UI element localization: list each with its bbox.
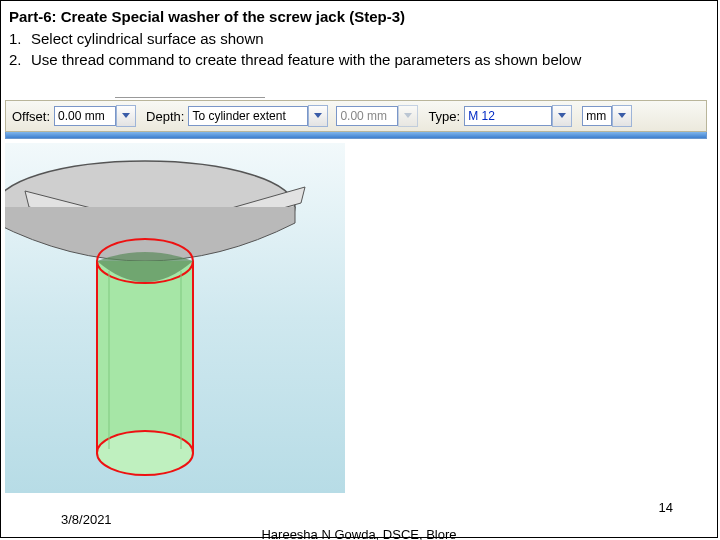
cad-viewport[interactable] <box>5 143 345 493</box>
depth-label: Depth: <box>146 109 184 124</box>
type-dropdown-button[interactable] <box>552 105 572 127</box>
toolbar-divider <box>115 97 265 98</box>
toolbar-accent-bar <box>5 132 707 139</box>
step-list: 1. Select cylindrical surface as shown 2… <box>1 29 717 76</box>
depth-value-dropdown-button[interactable] <box>398 105 418 127</box>
step-number: 1. <box>9 29 31 49</box>
step-number: 2. <box>9 50 31 70</box>
slide-title: Part-6: Create Special washer of the scr… <box>1 1 717 29</box>
svg-marker-0 <box>122 113 130 118</box>
depth-dropdown-button[interactable] <box>308 105 328 127</box>
unit-dropdown-button[interactable] <box>612 105 632 127</box>
type-label: Type: <box>428 109 460 124</box>
footer-page-number: 14 <box>659 500 673 515</box>
chevron-down-icon <box>122 113 130 119</box>
svg-marker-2 <box>404 113 412 118</box>
svg-marker-3 <box>558 113 566 118</box>
thread-toolbar: Offset: 0.00 mm Depth: To cylinder exten… <box>5 97 707 139</box>
svg-marker-1 <box>314 113 322 118</box>
chevron-down-icon <box>618 113 626 119</box>
svg-point-7 <box>97 431 193 475</box>
step-text: Select cylindrical surface as shown <box>31 29 264 49</box>
depth-select[interactable]: To cylinder extent <box>188 106 308 126</box>
step-item: 1. Select cylindrical surface as shown <box>9 29 709 49</box>
unit-select[interactable]: mm <box>582 106 612 126</box>
type-select[interactable]: M 12 <box>464 106 552 126</box>
offset-dropdown-button[interactable] <box>116 105 136 127</box>
slide-container: Part-6: Create Special washer of the scr… <box>0 0 718 538</box>
step-item: 2. Use thread command to create thread f… <box>9 50 709 70</box>
offset-label: Offset: <box>12 109 50 124</box>
chevron-down-icon <box>404 113 412 119</box>
footer-author: Hareesha N Gowda, DSCE, Blore -78 <box>1 527 717 540</box>
model-illustration <box>5 143 345 493</box>
chevron-down-icon <box>314 113 322 119</box>
step-text: Use thread command to create thread feat… <box>31 50 581 70</box>
chevron-down-icon <box>558 113 566 119</box>
footer-date: 3/8/2021 <box>61 512 112 527</box>
depth-value-input[interactable]: 0.00 mm <box>336 106 398 126</box>
toolbar-row: Offset: 0.00 mm Depth: To cylinder exten… <box>5 100 707 132</box>
svg-marker-4 <box>618 113 626 118</box>
offset-input[interactable]: 0.00 mm <box>54 106 116 126</box>
